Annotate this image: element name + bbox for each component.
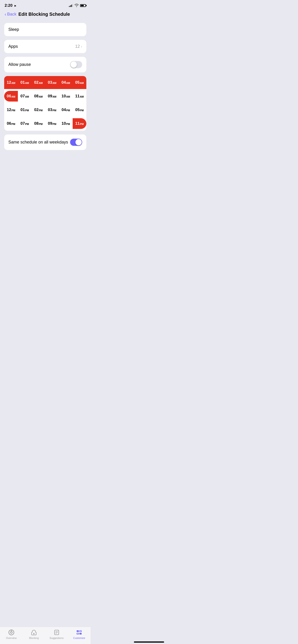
sleep-row: Sleep: [4, 23, 86, 36]
page-title: Edit Blocking Schedule: [17, 12, 72, 17]
sleep-label: Sleep: [8, 27, 19, 32]
sleep-card[interactable]: Sleep: [4, 23, 86, 36]
time-cell-10am[interactable]: 10AM: [59, 89, 73, 104]
time-cell-12pm[interactable]: 12PM: [4, 104, 18, 116]
apps-card[interactable]: Apps 12 ›: [4, 40, 86, 53]
time-cell-07pm[interactable]: 07PM: [18, 116, 32, 131]
time-cell-07am[interactable]: 07AM: [18, 89, 32, 104]
allow-pause-row: Allow pause: [4, 57, 86, 72]
time-cell-01pm[interactable]: 01PM: [18, 104, 32, 116]
time-cell-03pm[interactable]: 03PM: [45, 104, 59, 116]
time-cell-03am[interactable]: 03AM: [45, 76, 59, 89]
time-cell-09pm[interactable]: 09PM: [45, 116, 59, 131]
same-schedule-toggle-knob: [75, 139, 82, 145]
signal-icon: [69, 4, 73, 7]
back-button[interactable]: ‹ Back: [5, 12, 17, 17]
time-row-4: 06PM 07PM 08PM 09PM 10PM: [4, 116, 86, 131]
time-cell-08am[interactable]: 08AM: [32, 89, 45, 104]
same-schedule-label: Same schedule on all weekdays: [8, 140, 68, 145]
same-schedule-card: Same schedule on all weekdays: [4, 134, 86, 150]
battery-icon: [80, 4, 86, 7]
wifi-icon: [75, 4, 79, 8]
time-cell-12am[interactable]: 12AM: [4, 76, 18, 89]
same-schedule-toggle[interactable]: [70, 139, 82, 146]
time-cell-06am[interactable]: 06AM: [4, 89, 18, 104]
time-cell-11pm[interactable]: 11PM: [73, 116, 86, 131]
allow-pause-toggle[interactable]: [70, 61, 82, 68]
nav-bar: ‹ Back Edit Blocking Schedule: [0, 10, 91, 21]
time-cell-11am[interactable]: 11AM: [73, 89, 86, 104]
apps-chevron-icon: ›: [81, 44, 82, 49]
same-schedule-row: Same schedule on all weekdays: [4, 134, 86, 150]
time-cell-05pm[interactable]: 05PM: [73, 104, 86, 116]
time-cell-06pm[interactable]: 06PM: [4, 116, 18, 131]
allow-pause-card: Allow pause: [4, 57, 86, 72]
back-label: Back: [7, 12, 17, 17]
time-cell-04pm[interactable]: 04PM: [59, 104, 73, 116]
status-time: 2:20 ►: [5, 3, 17, 8]
status-bar: 2:20 ►: [0, 0, 91, 10]
time-row-3: 12PM 01PM 02PM 03PM 04PM: [4, 104, 86, 116]
time-row-2: 06AM 07AM 08AM 09AM 1: [4, 89, 86, 104]
status-icons: [69, 4, 86, 8]
time-cell-01am[interactable]: 01AM: [18, 76, 32, 89]
time-cell-10pm[interactable]: 10PM: [59, 116, 73, 131]
toggle-knob: [71, 62, 77, 68]
time-grid-card: 12AM 01AM 02AM 03AM 04AM: [4, 76, 86, 131]
time-row-1: 12AM 01AM 02AM 03AM 04AM: [4, 76, 86, 89]
apps-label: Apps: [8, 44, 18, 49]
time-cell-08pm[interactable]: 08PM: [32, 116, 45, 131]
time-cell-05am[interactable]: 05AM: [73, 76, 86, 89]
pill-left-06am: 06AM: [4, 91, 18, 102]
apps-row: Apps 12 ›: [4, 40, 86, 53]
time-cell-02am[interactable]: 02AM: [32, 76, 45, 89]
time-cell-02pm[interactable]: 02PM: [32, 104, 45, 116]
pill-right-11pm: 11PM: [73, 118, 86, 129]
time-cell-09am[interactable]: 09AM: [45, 89, 59, 104]
allow-pause-label: Allow pause: [8, 62, 31, 67]
apps-value: 12 ›: [75, 44, 82, 49]
back-chevron-icon: ‹: [5, 12, 6, 17]
time-cell-04am[interactable]: 04AM: [59, 76, 73, 89]
main-content: Sleep Apps 12 › Allow pause 12AM: [0, 21, 91, 198]
